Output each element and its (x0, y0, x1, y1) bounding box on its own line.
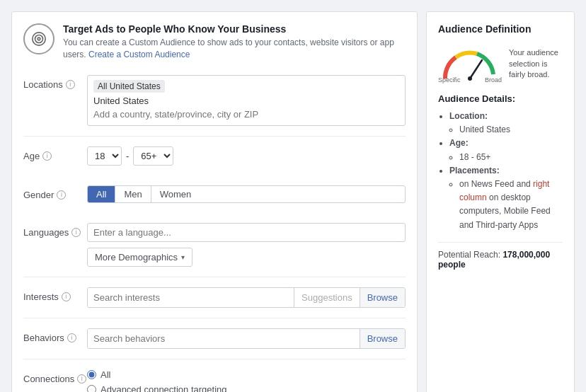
age-info-icon[interactable]: i (42, 151, 52, 161)
location-input[interactable] (93, 108, 399, 121)
connections-advanced-radio[interactable] (87, 385, 96, 392)
connections-all-radio[interactable] (87, 370, 96, 379)
behaviors-row: Behaviors i Browse (23, 328, 406, 359)
target-icon (23, 23, 54, 54)
page-title: Target Ads to People Who Know Your Busin… (63, 23, 406, 35)
highlight-right-column: right column (459, 179, 549, 202)
locations-content: All United States United States (87, 75, 406, 126)
age-separator: - (126, 151, 129, 161)
gender-button-group: All Men Women (87, 185, 406, 203)
languages-content: More Demographics ▾ (87, 223, 406, 267)
header-text: Target Ads to People Who Know Your Busin… (63, 23, 406, 61)
detail-placements-items: on News Feed and right column on desktop… (449, 178, 563, 232)
gender-men-button[interactable]: Men (115, 186, 151, 202)
more-demographics-button[interactable]: More Demographics ▾ (87, 248, 193, 267)
gauge-description: Your audience selection is fairly broad. (509, 47, 563, 80)
create-custom-audience-link[interactable]: Create a Custom Audience (88, 50, 190, 59)
connections-radio-group: All Advanced connection targeting (87, 369, 406, 392)
gender-all-button[interactable]: All (88, 186, 115, 202)
age-content: 18 - 65+ (87, 146, 406, 166)
audience-details-list: Location: United States Age: 18 - 65+ Pl… (438, 110, 563, 232)
behaviors-info-icon[interactable]: i (67, 333, 76, 342)
gender-women-button[interactable]: Women (151, 186, 200, 202)
detail-location-items: United States (449, 123, 563, 137)
svg-point-4 (468, 76, 472, 81)
potential-reach: Potential Reach: 178,000,000 people (438, 242, 563, 270)
languages-info-icon[interactable]: i (71, 228, 81, 237)
locations-info-icon[interactable]: i (66, 80, 75, 89)
behaviors-input[interactable] (88, 329, 360, 348)
interests-browse-button[interactable]: Browse (360, 288, 405, 307)
age-max-select[interactable]: 65+ (133, 146, 173, 166)
location-box[interactable]: All United States United States (87, 75, 406, 126)
audience-panel-title: Audience Definition (438, 23, 563, 35)
chevron-down-icon: ▾ (181, 253, 185, 261)
header-section: Target Ads to People Who Know Your Busin… (23, 23, 406, 61)
gender-info-icon[interactable]: i (57, 190, 66, 200)
interests-content: Suggestions Browse (87, 287, 406, 308)
languages-row: Languages i More Demographics ▾ (23, 223, 406, 277)
gauge-chart: Specific Broad (438, 45, 502, 83)
interests-row: Interests i Suggestions Browse (23, 287, 406, 318)
interests-input[interactable] (88, 288, 294, 307)
gender-content: All Men Women (87, 185, 406, 203)
languages-input[interactable] (87, 223, 406, 242)
detail-age: Age: 18 - 65+ (449, 137, 563, 163)
interests-search-box: Suggestions Browse (87, 287, 406, 308)
detail-age-items: 18 - 65+ (449, 151, 563, 164)
connections-advanced-label[interactable]: Advanced connection targeting (87, 384, 406, 392)
connections-content: All Advanced connection targeting (87, 369, 406, 392)
audience-panel: Audience Definition Specific (426, 11, 575, 392)
interests-info-icon[interactable]: i (62, 292, 71, 301)
connections-row: Connections i All Advanced connection ta… (23, 369, 406, 392)
gender-row: Gender i All Men Women (23, 185, 406, 213)
gender-label: Gender i (23, 185, 87, 200)
svg-point-2 (38, 38, 40, 40)
age-min-select[interactable]: 18 (87, 146, 122, 166)
behaviors-browse-button[interactable]: Browse (360, 329, 405, 348)
svg-point-1 (35, 35, 43, 43)
locations-label: Locations i (23, 75, 87, 90)
behaviors-search-box: Browse (87, 328, 406, 349)
svg-line-3 (470, 60, 482, 79)
gauge-label-broad: Broad (485, 76, 502, 83)
age-row: Age i 18 - 65+ (23, 146, 406, 175)
connections-info-icon[interactable]: i (77, 374, 86, 384)
age-label: Age i (23, 146, 87, 161)
age-inputs: 18 - 65+ (87, 146, 406, 166)
languages-label: Languages i (23, 223, 87, 238)
audience-details-title: Audience Details: (438, 93, 563, 104)
behaviors-content: Browse (87, 328, 406, 349)
behaviors-label: Behaviors i (23, 328, 87, 343)
location-tag: All United States (93, 80, 165, 93)
detail-location: Location: United States (449, 110, 563, 137)
location-country: United States (93, 96, 399, 106)
detail-placements: Placements: on News Feed and right colum… (449, 164, 563, 232)
connections-all-label[interactable]: All (87, 369, 406, 380)
locations-row: Locations i All United States United Sta… (23, 75, 406, 137)
header-description: You can create a Custom Audience to show… (63, 37, 406, 61)
potential-reach-label: Potential Reach: (438, 250, 500, 260)
gauge-section: Specific Broad Your audience selection i… (438, 45, 563, 83)
svg-point-0 (33, 33, 45, 45)
audience-details: Audience Details: Location: United State… (438, 93, 563, 232)
interests-suggestions: Suggestions (294, 288, 360, 307)
connections-label: Connections i (23, 369, 87, 384)
interests-label: Interests i (23, 287, 87, 302)
gauge-label-specific: Specific (438, 76, 461, 83)
